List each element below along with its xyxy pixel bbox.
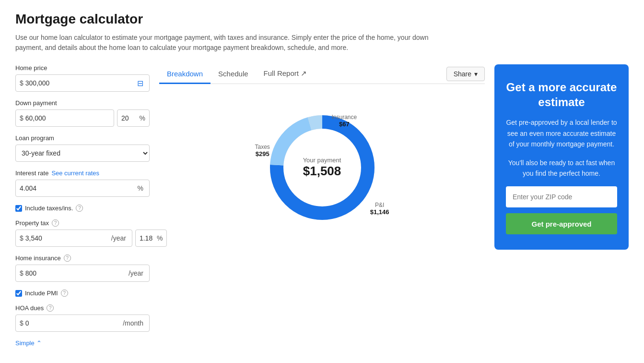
taxes-label: Taxes $295 [255,144,270,157]
chart-center-label: Your payment [303,157,341,164]
home-insurance-label: Home insurance [15,254,61,262]
taxes-label-text: Taxes [255,144,270,150]
tab-full-report[interactable]: Full Report ↗ [256,64,315,84]
calculator-icon[interactable]: ⊟ [137,79,143,88]
down-payment-group: Down payment $ % [15,99,150,127]
include-taxes-row: Include taxes/ins. ? [15,205,150,212]
home-price-label: Home price [15,64,150,72]
hoa-dues-input[interactable] [25,319,121,327]
pi-label: P&I $1,146 [370,202,389,216]
include-taxes-label: Include taxes/ins. [25,205,73,212]
chart-center-value: $1,508 [303,164,341,179]
home-insurance-group: Home insurance ? $ /year [15,254,150,282]
interest-rate-group: Interest rate See current rates % [15,169,150,197]
property-tax-help-icon[interactable]: ? [52,219,59,227]
right-panel-title: Get a more accurate estimate [506,80,617,109]
interest-rate-input[interactable] [20,184,136,192]
down-payment-label: Down payment [15,99,150,107]
tab-schedule[interactable]: Schedule [211,65,256,84]
donut-chart: Your payment $1,508 Insurance $67 Taxes … [260,105,385,230]
loan-program-group: Loan program 30-year fixed 15-year fixed… [15,134,150,162]
pi-label-text: P&I [370,202,389,208]
hoa-dues-label: HOA dues [15,304,44,312]
get-preapproved-button[interactable]: Get pre-approved [506,213,617,234]
property-tax-group: Property tax ? $ /year % [15,219,150,247]
include-pmi-checkbox[interactable] [15,290,22,297]
see-current-rates-link[interactable]: See current rates [51,169,99,177]
dollar-sign-5: $ [20,319,23,327]
down-payment-input[interactable] [25,114,110,122]
interest-rate-label: Interest rate [15,169,48,177]
property-tax-percent-input[interactable] [140,234,157,242]
right-panel-para1: Get pre-approved by a local lender to se… [506,117,617,149]
home-insurance-label-row: Home insurance ? [15,254,150,262]
home-price-input[interactable] [25,79,137,87]
chevron-up-icon: ⌃ [36,339,42,347]
down-payment-percent-wrapper: % [117,109,150,127]
hoa-dues-label-row: HOA dues ? [15,304,150,312]
share-button-label: Share [454,70,471,78]
interest-rate-input-wrapper: % [15,180,150,197]
right-panel-para2: You'll also be ready to act fast when yo… [506,157,617,179]
simple-link-label: Simple [15,339,35,347]
tabs-header: Breakdown Schedule Full Report ↗ Share ▾ [159,64,485,84]
hoa-dues-input-wrapper: $ /month [15,315,150,332]
home-insurance-input-wrapper: $ /year [15,265,150,282]
include-taxes-checkbox[interactable] [15,205,22,212]
center-panel: Breakdown Schedule Full Report ↗ Share ▾ [159,64,485,249]
dollar-sign-3: $ [20,234,23,242]
year-suffix-2: /year [129,269,143,277]
chart-area: Your payment $1,508 Insurance $67 Taxes … [159,96,485,249]
hoa-dues-help-icon[interactable]: ? [47,304,54,312]
property-tax-label-row: Property tax ? [15,219,150,227]
include-taxes-help-icon[interactable]: ? [76,205,83,212]
zip-code-input[interactable] [506,186,617,207]
dollar-sign-4: $ [20,269,23,277]
loan-program-label: Loan program [15,134,150,142]
insurance-label: Insurance $67 [332,114,357,128]
insurance-value: $67 [332,121,357,128]
down-payment-percent-input[interactable] [121,114,140,122]
insurance-label-text: Insurance [332,114,357,121]
taxes-value: $295 [255,150,270,157]
page-title: Mortgage calculator [15,12,629,27]
chevron-down-icon: ▾ [474,70,478,78]
year-suffix: /year [111,234,126,242]
include-pmi-label: Include PMI [25,290,58,297]
home-price-input-wrapper: $ ⊟ [15,74,150,92]
property-tax-input-wrapper: $ /year [15,230,132,247]
loan-program-select[interactable]: 30-year fixed 15-year fixed 5/1 ARM 10-y… [15,145,150,162]
home-price-group: Home price $ ⊟ [15,64,150,92]
property-tax-label: Property tax [15,219,49,227]
left-panel: Home price $ ⊟ Down payment $ [15,64,150,347]
simple-link[interactable]: Simple ⌃ [15,339,150,347]
include-pmi-row: Include PMI ? [15,290,150,297]
share-area: Share ▾ [446,67,485,81]
tab-breakdown[interactable]: Breakdown [159,65,211,84]
home-insurance-help-icon[interactable]: ? [64,254,71,262]
hoa-dues-group: HOA dues ? $ /month [15,304,150,332]
share-button[interactable]: Share ▾ [446,67,485,81]
right-panel: Get a more accurate estimate Get pre-app… [494,64,629,250]
donut-center: Your payment $1,508 [303,157,341,179]
down-payment-input-wrapper: $ [15,109,114,127]
pi-value: $1,146 [370,208,389,216]
percent-sign: % [140,114,145,122]
interest-rate-label-row: Interest rate See current rates [15,169,150,177]
page-description: Use our home loan calculator to estimate… [15,33,447,53]
dollar-sign-2: $ [20,114,23,122]
property-tax-input[interactable] [25,234,109,242]
dollar-sign: $ [20,79,23,87]
month-suffix: /month [123,319,143,327]
include-pmi-help-icon[interactable]: ? [61,290,68,297]
home-insurance-input[interactable] [25,269,127,277]
percent-suffix: % [138,184,143,192]
